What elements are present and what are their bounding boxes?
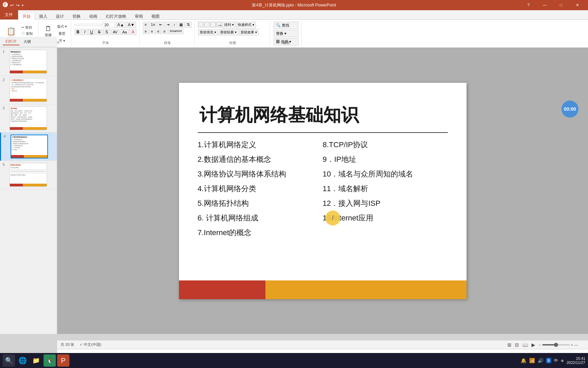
bold-btn[interactable]: B xyxy=(75,29,82,35)
slide-item-12[interactable]: 12．接入网与ISP xyxy=(323,198,448,209)
shape-arrow-btn[interactable]: → xyxy=(216,22,222,27)
zoom-controls: − + — xyxy=(539,343,585,347)
taskbar-powerpoint[interactable]: P xyxy=(57,354,69,367)
slide-thumb-4[interactable]: 4 计算机网络基础知识 1. 计算机网络定义 2. 数据通信的基本概念 3. 网… xyxy=(0,133,57,161)
align-center-btn[interactable]: ≡ xyxy=(149,29,154,34)
quick-styles-btn[interactable]: 快速样式 ▾ xyxy=(236,22,256,29)
editing-label: 编辑 xyxy=(283,41,290,45)
font-color-btn[interactable]: A xyxy=(130,29,136,35)
cut-btn[interactable]: ✂ 剪切 xyxy=(18,25,35,30)
view-slideshow-btn[interactable]: ▶ xyxy=(532,342,535,348)
layout-btn[interactable]: 版式 ▾ xyxy=(56,24,68,30)
tab-transitions[interactable]: 切换 xyxy=(68,14,85,19)
shape-outline-btn[interactable]: 形状轮廓 ▾ xyxy=(218,29,238,35)
taskbar-files[interactable]: 📁 xyxy=(30,354,42,367)
slide-canvas[interactable]: 计算机网络基础知识 1.计算机网络定义 2.数据通信的基本概念 3.网络协议与网… xyxy=(179,83,467,299)
slide-item-7[interactable]: 7.Internet的概念 xyxy=(198,227,323,238)
main-editing-area: 计算机网络基础知识 1.计算机网络定义 2.数据通信的基本概念 3.网络协议与网… xyxy=(57,48,588,334)
decrease-font-btn[interactable]: A▼ xyxy=(127,22,136,28)
case-btn[interactable]: Aa xyxy=(120,29,129,35)
view-normal-btn[interactable]: ⊞ xyxy=(507,342,511,348)
shape-rounded-btn[interactable] xyxy=(204,22,210,27)
justify-btn[interactable]: ≡ xyxy=(162,29,167,34)
increase-indent-btn[interactable]: ⇥ xyxy=(165,22,171,28)
replace-btn[interactable]: 替换 ▾ xyxy=(274,30,298,37)
numbering-btn[interactable]: 1≡ xyxy=(149,22,157,28)
slide-item-8[interactable]: 8.TCP/IP协议 xyxy=(323,139,448,150)
increase-font-btn[interactable]: A▲ xyxy=(116,22,126,28)
slide-item-10[interactable]: 10．域名与众所周知的域名 xyxy=(323,168,448,180)
slide-thumb-5[interactable]: 5 网络体系结构 协议层次模型 同层通信平等地对等通信 xyxy=(0,161,57,189)
slide-item-9[interactable]: 9．IP地址 xyxy=(323,154,448,165)
text-direction-btn[interactable]: ⇅ xyxy=(185,22,192,28)
sogou-icon[interactable]: S xyxy=(546,358,551,363)
line-spacing-btn[interactable]: ↕ xyxy=(172,22,177,28)
zoom-slider-track[interactable] xyxy=(542,344,570,346)
shape-fill-btn[interactable]: 形状填充 ▾ xyxy=(198,29,218,35)
columns-btn[interactable]: ▦ xyxy=(178,22,184,28)
slide-item-1[interactable]: 1.计算机网络定义 xyxy=(198,139,323,150)
slide-thumb-3[interactable]: 3 基本概念 数据：指在计算机中，以某种方式存 储处理的信息；数字、文字、符号、… xyxy=(0,104,57,133)
view-slide-sorter-btn[interactable]: ⊟ xyxy=(515,342,519,348)
tab-slideshow[interactable]: 幻灯片放映 xyxy=(102,14,131,19)
reset-btn[interactable]: 重置 xyxy=(56,31,68,37)
taskbar-right: 🔔 📶 🔊 S 中 ◈ 15:41 2022/11/27 xyxy=(521,356,585,365)
tab-insert[interactable]: 插入 xyxy=(35,14,52,19)
slide-item-13[interactable]: 13.Internet应用 xyxy=(323,212,448,224)
decrease-indent-btn[interactable]: ⇤ xyxy=(158,22,164,28)
zoom-out-btn[interactable]: − xyxy=(539,343,541,347)
tab-design[interactable]: 设计 xyxy=(52,14,68,19)
shape-rect-btn[interactable] xyxy=(198,22,203,27)
italic-btn[interactable]: I xyxy=(82,29,87,35)
slide-item-4[interactable]: 4.计算机网络分类 xyxy=(198,183,323,194)
undo-btn[interactable]: ↩ xyxy=(10,3,14,8)
help-btn[interactable]: ? xyxy=(521,0,536,10)
ribbon-group-paragraph: ≡ 1≡ ⇤ ⇥ ↕ ▦ ⇅ ≡ ≡ ≡ ≡ SmartArt 段落 xyxy=(140,21,195,46)
tab-view[interactable]: 视图 xyxy=(147,14,164,19)
slide-item-2[interactable]: 2.数据通信的基本概念 xyxy=(198,154,323,165)
shape-line-btn[interactable] xyxy=(210,22,216,27)
copy-btn[interactable]: 📄 复制 xyxy=(18,31,35,36)
slide-item-6[interactable]: 6. 计算机网络组成 xyxy=(198,212,323,224)
char-spacing-btn[interactable]: AV xyxy=(111,29,120,35)
tab-animations[interactable]: 动画 xyxy=(85,14,102,19)
ime-chinese[interactable]: 中 xyxy=(554,358,558,364)
window-controls: ? — □ ✕ xyxy=(521,0,585,10)
slide-thumb-1[interactable]: 1 网络基础知识 1. 计算机网络定义 2. 数据通信基本概念 3. 网络协议与… xyxy=(0,48,57,76)
taskbar-search[interactable]: 🔍 xyxy=(3,354,15,367)
slide-item-5[interactable]: 5.网络拓扑结构 xyxy=(198,198,323,209)
slide-thumb-2[interactable]: 2 1.计算机网络定义 计算机网络是利用通信线路和通信设备，把计算机联系在 一起… xyxy=(0,76,57,104)
slide-item-3[interactable]: 3.网络协议与网络体系结构 xyxy=(198,168,323,180)
maximize-btn[interactable]: □ xyxy=(553,0,569,10)
slide-title[interactable]: 计算机网络基础知识 xyxy=(199,103,446,127)
tab-review[interactable]: 审阅 xyxy=(131,14,147,19)
align-left-btn[interactable]: ≡ xyxy=(143,29,148,34)
font-name-box[interactable] xyxy=(75,24,102,26)
customize-btn[interactable]: ▾ xyxy=(22,3,23,7)
taskbar-chrome[interactable]: 🌐 xyxy=(16,354,29,367)
find-btn[interactable]: 🔍 查找 xyxy=(274,22,298,29)
spell-check-icon: ✓ xyxy=(80,342,83,347)
slide-item-11[interactable]: 11．域名解析 xyxy=(323,183,448,194)
close-btn[interactable]: ✕ xyxy=(570,0,585,10)
shadow-btn[interactable]: S xyxy=(103,29,110,35)
font-size-box[interactable]: 20 xyxy=(103,22,115,28)
tab-home[interactable]: 开始 xyxy=(18,14,35,20)
tab-outline[interactable]: 大纲 xyxy=(21,39,34,45)
underline-btn[interactable]: U xyxy=(88,29,95,35)
tab-slides[interactable]: 幻灯片 xyxy=(3,38,19,45)
redo-btn[interactable]: ↪ xyxy=(16,3,20,8)
ime-eng[interactable]: ◈ xyxy=(561,358,564,363)
align-right-btn[interactable]: ≡ xyxy=(156,29,161,34)
minimize-btn[interactable]: — xyxy=(537,0,553,10)
view-reading-btn[interactable]: 📖 xyxy=(522,342,528,348)
tab-file[interactable]: 文件 xyxy=(0,10,18,19)
arrange-btn[interactable]: 排列 ▾ xyxy=(223,22,235,29)
zoom-in-btn[interactable]: + xyxy=(571,343,573,347)
strikethrough-btn[interactable]: S xyxy=(96,29,102,35)
shape-effect-btn[interactable]: 形状效果 ▾ xyxy=(239,29,259,35)
taskbar: 🔍 🌐 📁 🐧 P 🔔 📶 🔊 S 中 ◈ 15:41 2022/11/27 xyxy=(0,353,588,368)
taskbar-terminal[interactable]: 🐧 xyxy=(44,354,56,367)
bullets-btn[interactable]: ≡ xyxy=(143,22,148,28)
smartart-btn[interactable]: SmartArt xyxy=(168,29,184,34)
